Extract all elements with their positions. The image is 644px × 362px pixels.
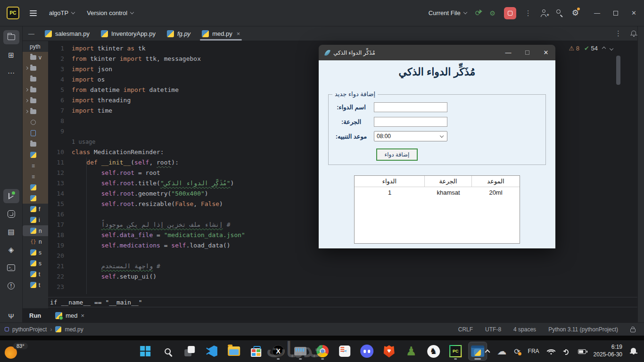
volume-icon[interactable] — [563, 348, 570, 354]
close-run-tab-icon[interactable]: × — [81, 312, 85, 319]
tree-item[interactable]: n — [23, 225, 48, 236]
debug-icon[interactable]: ⚙ — [489, 9, 495, 17]
run-configuration-selector[interactable]: Current File — [429, 9, 467, 16]
medicine-name-input[interactable] — [374, 102, 447, 112]
structure-tool-icon[interactable]: ⊞ — [3, 48, 19, 62]
notification-center-icon[interactable] — [630, 347, 637, 355]
tree-item[interactable] — [23, 95, 48, 106]
microsoft-store-icon[interactable] — [247, 342, 265, 360]
file-explorer-icon[interactable] — [225, 342, 243, 360]
table-column-header[interactable]: الموعد — [472, 176, 520, 187]
encoding-indicator[interactable]: UTF-8 — [485, 326, 501, 333]
pycharm-icon[interactable]: PC — [446, 342, 464, 360]
code-with-me-icon[interactable]: + — [540, 9, 548, 17]
line-ending-indicator[interactable]: CRLF — [458, 326, 473, 333]
app-titlebar[interactable]: مُذَكِّر الدواء الذكي — ✕ — [319, 45, 555, 60]
keyboard-app-icon[interactable] — [291, 342, 309, 360]
battery-icon[interactable] — [578, 349, 586, 354]
tree-chevron-icon[interactable] — [25, 99, 28, 102]
table-row[interactable]: 1khamsat20ml — [355, 187, 520, 197]
tree-item[interactable]: s — [23, 247, 48, 258]
tree-chevron-icon[interactable] — [25, 66, 28, 70]
tree-item[interactable] — [23, 128, 48, 139]
tree-chevron-icon[interactable] — [25, 88, 28, 91]
window-minimize-button[interactable]: — — [594, 9, 600, 16]
discord-icon[interactable] — [358, 342, 376, 360]
tree-item[interactable] — [23, 149, 48, 160]
chess-app-icon[interactable]: ♟ — [402, 342, 420, 360]
wifi-icon[interactable] — [547, 348, 555, 354]
tree-item[interactable]: i — [23, 214, 48, 225]
alert-time-combobox[interactable]: 08:00 — [374, 131, 447, 141]
table-column-header[interactable]: الدواء — [355, 176, 425, 187]
search-everywhere-icon[interactable] — [556, 9, 563, 16]
version-control-branch-icon[interactable]: Ψ — [3, 309, 19, 323]
tab-med.py[interactable]: med.py× — [196, 26, 246, 41]
tab-InventoryApp.py[interactable]: InventoryApp.py — [95, 26, 161, 41]
tree-item[interactable]: pyth — [23, 41, 48, 52]
inspections-widget[interactable]: ⚠ 8 ✔ 54 — [569, 45, 613, 52]
tree-chevron-icon[interactable] — [25, 110, 28, 113]
tab-options-icon[interactable]: ⋮ — [615, 29, 622, 38]
tree-item[interactable]: f — [23, 204, 48, 214]
more-tools-icon[interactable]: ⋯ — [3, 66, 19, 80]
windows-start-icon[interactable] — [136, 342, 154, 360]
run-tab-med[interactable]: med × — [55, 312, 84, 319]
python-packages-icon[interactable] — [3, 207, 19, 221]
x-twitter-icon[interactable]: X — [269, 342, 287, 360]
tree-item[interactable] — [23, 193, 48, 204]
stop-button[interactable] — [504, 7, 516, 19]
tree-item[interactable] — [23, 182, 48, 193]
window-close-button[interactable]: ✕ — [631, 9, 636, 16]
previous-problem-icon[interactable] — [602, 46, 606, 50]
snipping-tool-icon[interactable]: ✂ — [336, 342, 354, 360]
sticky-context-line[interactable]: if __name__ == "__main__" — [48, 297, 637, 307]
tab-salesman.py[interactable]: salesman.py — [39, 26, 95, 41]
app-minimize-button[interactable]: — — [499, 49, 518, 56]
tree-item[interactable] — [23, 117, 48, 128]
tree-item[interactable]: {}n — [23, 236, 48, 247]
indent-indicator[interactable]: 4 spaces — [513, 326, 536, 333]
clock-widget[interactable]: 6:19 2025-06-30 — [594, 344, 622, 358]
medications-table[interactable]: الدواءالجرعةالموعد 1khamsat20ml — [354, 175, 520, 244]
next-problem-icon[interactable] — [610, 46, 613, 50]
tree-item[interactable]: s — [23, 258, 48, 269]
table-column-header[interactable]: الجرعة — [425, 176, 472, 187]
add-medicine-button[interactable]: إضافة دواء — [376, 148, 418, 161]
vcs-widget[interactable]: Version control — [87, 9, 133, 16]
unlock-icon[interactable] — [630, 329, 636, 332]
tree-item[interactable] — [23, 139, 48, 149]
task-view-icon[interactable] — [181, 342, 198, 360]
hide-panel-icon[interactable]: — — [28, 30, 34, 37]
weather-widget[interactable]: 83° — [5, 343, 35, 360]
brave-icon[interactable] — [380, 342, 398, 360]
tree-item[interactable] — [23, 74, 48, 84]
settings-gear-icon[interactable]: ⚙ — [572, 8, 579, 18]
breadcrumb[interactable]: pythonProject › med.py — [5, 326, 83, 333]
services-icon[interactable]: ▤ — [3, 225, 19, 239]
app-maximize-button[interactable] — [518, 49, 537, 56]
tree-item[interactable]: ≡ — [23, 160, 48, 171]
taskbar-search-icon[interactable] — [158, 342, 176, 360]
tree-item[interactable]: t — [23, 280, 48, 290]
tab-fg.py[interactable]: fg.py — [161, 26, 196, 41]
tree-item[interactable] — [23, 84, 48, 95]
run-tool-icon[interactable] — [3, 189, 19, 203]
run-panel-title[interactable]: Run — [29, 312, 41, 319]
python-app-icon[interactable] — [469, 342, 487, 360]
app-close-button[interactable]: ✕ — [537, 49, 555, 56]
tree-item[interactable] — [23, 63, 48, 74]
language-indicator[interactable]: FRA — [528, 348, 539, 354]
tree-item[interactable]: ≡ — [23, 171, 48, 182]
tree-item[interactable]: t — [23, 269, 48, 280]
problems-icon[interactable]: ! — [3, 279, 19, 293]
lichess-icon[interactable]: ♞ — [424, 342, 442, 360]
more-actions-icon[interactable]: ⋮ — [525, 9, 532, 17]
tree-item[interactable]: v — [23, 52, 48, 63]
notifications-bell-icon[interactable] — [630, 30, 637, 37]
chrome-icon[interactable] — [314, 342, 331, 360]
onedrive-cloud-icon[interactable]: ☁ — [497, 346, 506, 357]
rerun-icon[interactable]: ⟳ — [475, 9, 481, 17]
terminal-icon[interactable]: >_ — [3, 261, 19, 275]
project-tool-icon[interactable] — [3, 30, 19, 44]
